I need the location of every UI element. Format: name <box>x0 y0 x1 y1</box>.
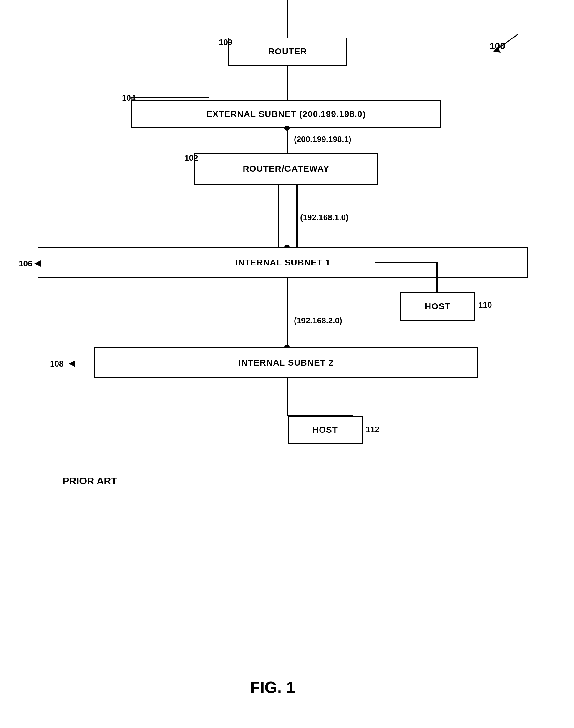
ref-112: 112 <box>366 425 379 434</box>
network-diagram: 100 ROUTER 109 104 EXTERNAL SUBNET (200.… <box>0 0 574 728</box>
router-box: ROUTER <box>228 38 347 66</box>
svg-marker-2 <box>34 260 41 267</box>
line-104-ref <box>131 97 209 98</box>
line-external-to-gateway <box>287 128 288 153</box>
line-gateway-to-sub1-left <box>278 185 279 247</box>
line-gateway-to-sub1-right <box>296 185 298 247</box>
host1-box: HOST <box>400 292 475 321</box>
line-router-to-external <box>287 66 288 100</box>
host2-box: HOST <box>288 416 363 444</box>
router-gateway-box: ROUTER/GATEWAY <box>194 153 378 185</box>
ip-192-168-1-0: (192.168.1.0) <box>300 213 348 223</box>
ip-200-199-198-1: (200.199.198.1) <box>294 134 352 144</box>
ref-108: 108 <box>50 359 64 369</box>
line-sub1-to-host1-h <box>375 262 438 263</box>
line-sub1-to-host1-v <box>437 262 438 293</box>
prior-art-label: PRIOR ART <box>63 475 117 487</box>
ip-192-168-2-0: (192.168.2.0) <box>294 316 342 326</box>
internal-subnet2-box: INTERNAL SUBNET 2 <box>94 347 478 378</box>
line-sub1-down <box>287 278 288 347</box>
ref-102: 102 <box>184 153 198 163</box>
line-sub2-to-host2-v <box>287 378 288 416</box>
svg-line-0 <box>496 34 518 50</box>
internal-subnet1-box: INTERNAL SUBNET 1 <box>38 247 528 278</box>
line-top-to-router <box>287 0 288 38</box>
ref-109: 109 <box>219 38 232 47</box>
svg-marker-3 <box>69 361 75 367</box>
external-subnet-box: EXTERNAL SUBNET (200.199.198.0) <box>131 100 441 128</box>
figure-number: FIG. 1 <box>250 678 295 697</box>
ref-110: 110 <box>478 300 492 310</box>
ref-106: 106 <box>19 259 32 269</box>
